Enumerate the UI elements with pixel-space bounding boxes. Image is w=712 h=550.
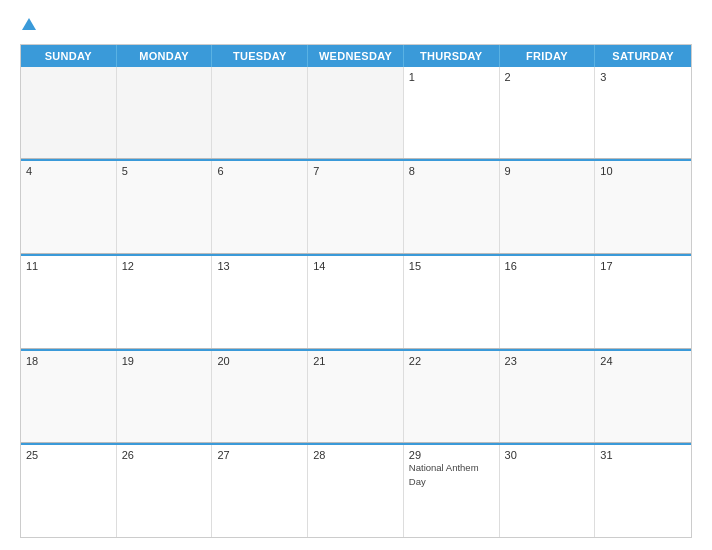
calendar: Sunday Monday Tuesday Wednesday Thursday…	[20, 44, 692, 538]
cal-cell-3-3: 13	[212, 256, 308, 348]
day-number: 26	[122, 449, 207, 461]
cal-cell-5-7: 31	[595, 445, 691, 537]
cal-cell-4-7: 24	[595, 351, 691, 443]
cal-cell-5-3: 27	[212, 445, 308, 537]
cal-cell-1-1	[21, 67, 117, 159]
day-number: 23	[505, 355, 590, 367]
day-number: 9	[505, 165, 590, 177]
cal-cell-5-2: 26	[117, 445, 213, 537]
header-monday: Monday	[117, 45, 213, 67]
logo-triangle-icon	[22, 18, 36, 30]
cal-cell-3-5: 15	[404, 256, 500, 348]
header-sunday: Sunday	[21, 45, 117, 67]
cal-cell-2-2: 5	[117, 161, 213, 253]
cal-cell-2-6: 9	[500, 161, 596, 253]
cal-cell-4-3: 20	[212, 351, 308, 443]
header	[20, 16, 692, 34]
day-number: 6	[217, 165, 302, 177]
day-number: 31	[600, 449, 686, 461]
cal-cell-3-4: 14	[308, 256, 404, 348]
cal-cell-4-1: 18	[21, 351, 117, 443]
day-number: 11	[26, 260, 111, 272]
cal-cell-4-4: 21	[308, 351, 404, 443]
cal-week-4: 18192021222324	[21, 349, 691, 444]
logo	[20, 16, 36, 34]
day-number: 22	[409, 355, 494, 367]
day-number: 17	[600, 260, 686, 272]
day-number: 2	[505, 71, 590, 83]
cal-cell-1-7: 3	[595, 67, 691, 159]
cal-cell-5-4: 28	[308, 445, 404, 537]
calendar-body: 1234567891011121314151617181920212223242…	[21, 67, 691, 537]
cal-week-2: 45678910	[21, 159, 691, 254]
cal-cell-2-5: 8	[404, 161, 500, 253]
day-number: 14	[313, 260, 398, 272]
cal-cell-2-3: 6	[212, 161, 308, 253]
header-saturday: Saturday	[595, 45, 691, 67]
logo-top	[20, 16, 36, 34]
day-number: 28	[313, 449, 398, 461]
cal-cell-5-5: 29National Anthem Day	[404, 445, 500, 537]
cal-cell-2-7: 10	[595, 161, 691, 253]
header-thursday: Thursday	[404, 45, 500, 67]
cal-cell-4-2: 19	[117, 351, 213, 443]
cal-cell-1-5: 1	[404, 67, 500, 159]
header-friday: Friday	[500, 45, 596, 67]
day-number: 7	[313, 165, 398, 177]
cal-cell-4-5: 22	[404, 351, 500, 443]
day-number: 8	[409, 165, 494, 177]
day-number: 1	[409, 71, 494, 83]
cal-week-3: 11121314151617	[21, 254, 691, 349]
day-number: 24	[600, 355, 686, 367]
cal-cell-1-4	[308, 67, 404, 159]
cal-cell-1-3	[212, 67, 308, 159]
cal-week-5: 2526272829National Anthem Day3031	[21, 443, 691, 537]
cal-cell-5-1: 25	[21, 445, 117, 537]
day-number: 30	[505, 449, 590, 461]
day-number: 29	[409, 449, 494, 461]
day-number: 21	[313, 355, 398, 367]
day-number: 18	[26, 355, 111, 367]
day-number: 4	[26, 165, 111, 177]
day-number: 15	[409, 260, 494, 272]
day-number: 10	[600, 165, 686, 177]
day-number: 27	[217, 449, 302, 461]
day-number: 20	[217, 355, 302, 367]
cal-cell-3-6: 16	[500, 256, 596, 348]
day-number: 3	[600, 71, 686, 83]
cal-cell-1-2	[117, 67, 213, 159]
cal-cell-2-1: 4	[21, 161, 117, 253]
day-number: 13	[217, 260, 302, 272]
cal-cell-3-1: 11	[21, 256, 117, 348]
day-number: 25	[26, 449, 111, 461]
cal-cell-5-6: 30	[500, 445, 596, 537]
day-number: 12	[122, 260, 207, 272]
calendar-header-row: Sunday Monday Tuesday Wednesday Thursday…	[21, 45, 691, 67]
event-text: National Anthem Day	[409, 462, 479, 486]
header-tuesday: Tuesday	[212, 45, 308, 67]
day-number: 16	[505, 260, 590, 272]
day-number: 19	[122, 355, 207, 367]
cal-cell-1-6: 2	[500, 67, 596, 159]
cal-cell-3-7: 17	[595, 256, 691, 348]
cal-week-1: 123	[21, 67, 691, 160]
header-wednesday: Wednesday	[308, 45, 404, 67]
day-number: 5	[122, 165, 207, 177]
cal-cell-3-2: 12	[117, 256, 213, 348]
page: Sunday Monday Tuesday Wednesday Thursday…	[0, 0, 712, 550]
cal-cell-2-4: 7	[308, 161, 404, 253]
cal-cell-4-6: 23	[500, 351, 596, 443]
